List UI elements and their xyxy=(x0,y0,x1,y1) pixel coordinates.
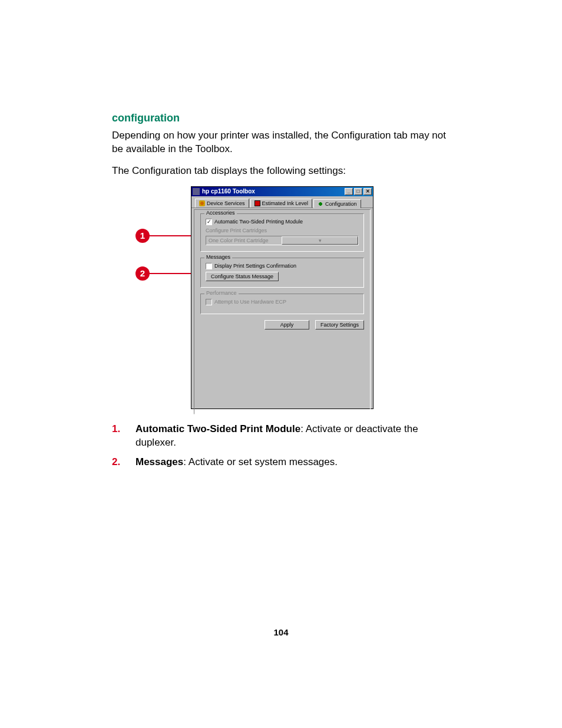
tab-strip: Device Services Estimated Ink Level Conf… xyxy=(191,196,373,208)
checkbox-label: Automatic Two-Sided Printing Module xyxy=(214,219,303,225)
tab-label: Estimated Ink Level xyxy=(262,200,309,206)
minimize-button[interactable]: _ xyxy=(345,188,353,195)
list-term: Automatic Two-Sided Print Module xyxy=(135,423,300,434)
checkbox-row-duplex[interactable]: Automatic Two-Sided Printing Module xyxy=(206,219,359,225)
dropdown-value: One Color Print Cartridge xyxy=(206,238,282,243)
chevron-down-icon[interactable]: ▾ xyxy=(282,236,358,245)
apply-button[interactable]: Apply xyxy=(265,320,309,330)
cartridge-dropdown[interactable]: One Color Print Cartridge ▾ xyxy=(206,236,359,245)
checkbox-icon[interactable] xyxy=(206,219,212,225)
section-heading: configuration xyxy=(112,112,459,124)
checkbox-label: Display Print Settings Confirmation xyxy=(214,263,296,269)
screenshot-with-callouts: 1 2 hp cp1160 Toolbox _ □ ✕ Device Servi… xyxy=(135,186,459,413)
tab-ink-level[interactable]: Estimated Ink Level xyxy=(250,199,313,207)
toolbox-window: hp cp1160 Toolbox _ □ ✕ Device Services … xyxy=(191,186,373,409)
checkbox-row-confirm[interactable]: Display Print Settings Confirmation xyxy=(206,263,359,269)
checkbox-icon xyxy=(206,299,212,305)
tab-label: Configuration xyxy=(325,201,357,207)
list-body: Messages: Activate or set system message… xyxy=(135,456,459,469)
maximize-button[interactable]: □ xyxy=(354,188,362,195)
page-number: 104 xyxy=(0,627,562,637)
ink-level-icon xyxy=(254,200,260,206)
group-messages: Messages Display Print Settings Confirma… xyxy=(200,258,364,288)
button-row: Apply Factory Settings xyxy=(200,320,364,330)
checkbox-icon[interactable] xyxy=(206,263,212,269)
tab-device-services[interactable]: Device Services xyxy=(195,199,249,207)
group-accessories: Accessories Automatic Two-Sided Printing… xyxy=(200,213,364,252)
configure-cartridges-label: Configure Print Cartridges xyxy=(206,228,359,233)
callout-circle-1: 1 xyxy=(135,229,150,243)
list-item: 1. Automatic Two-Sided Print Module: Act… xyxy=(112,423,459,450)
window-title: hp cp1160 Toolbox xyxy=(202,188,255,195)
list-desc: : Activate or set system messages. xyxy=(183,456,338,467)
titlebar[interactable]: hp cp1160 Toolbox _ □ ✕ xyxy=(191,187,373,196)
group-performance: Performance Attempt to Use Hardware ECP xyxy=(200,294,364,314)
intro-paragraph-1: Depending on how your printer was instal… xyxy=(112,129,459,156)
list-term: Messages xyxy=(135,456,183,467)
list-body: Automatic Two-Sided Print Module: Activa… xyxy=(135,423,459,450)
callout-list: 1. Automatic Two-Sided Print Module: Act… xyxy=(112,423,459,469)
checkbox-label: Attempt to Use Hardware ECP xyxy=(214,299,286,305)
group-legend: Accessories xyxy=(204,210,237,216)
gear-icon xyxy=(318,201,323,207)
list-item: 2. Messages: Activate or set system mess… xyxy=(112,456,459,469)
configure-status-button[interactable]: Configure Status Message xyxy=(206,272,279,281)
tab-configuration[interactable]: Configuration xyxy=(313,199,361,208)
app-icon xyxy=(193,188,200,195)
factory-settings-button[interactable]: Factory Settings xyxy=(315,320,364,330)
tab-label: Device Services xyxy=(207,200,245,206)
wrench-icon xyxy=(199,200,205,206)
page-content: configuration Depending on how your prin… xyxy=(112,112,459,475)
tab-panel: Accessories Automatic Two-Sided Printing… xyxy=(194,209,371,414)
close-button[interactable]: ✕ xyxy=(363,188,372,195)
group-legend: Messages xyxy=(204,254,232,260)
checkbox-row-ecp: Attempt to Use Hardware ECP xyxy=(206,299,359,305)
intro-paragraph-2: The Configuration tab displays the follo… xyxy=(112,164,459,178)
callout-circle-2: 2 xyxy=(135,266,150,281)
group-legend: Performance xyxy=(204,290,239,296)
list-number: 1. xyxy=(112,423,135,450)
list-number: 2. xyxy=(112,456,135,469)
